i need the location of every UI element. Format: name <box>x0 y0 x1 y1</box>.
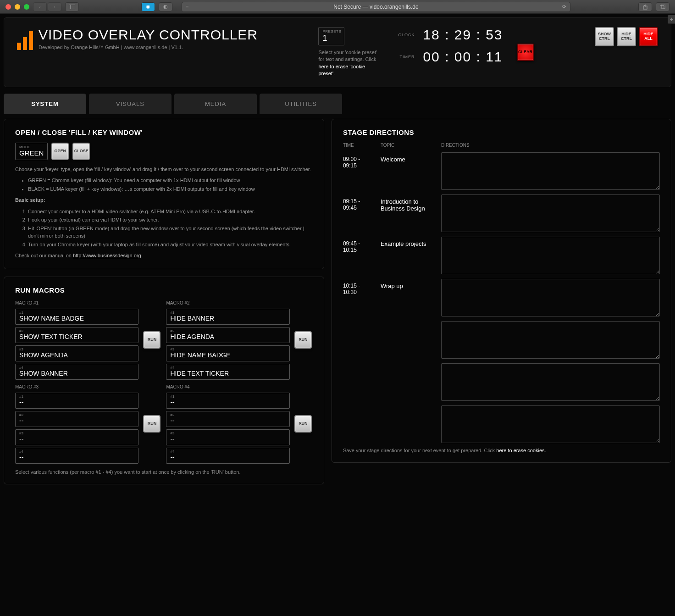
macro-slot-value: SHOW AGENDA <box>19 351 134 359</box>
address-bar[interactable]: ≡ Not Secure — video.orangehills.de ⟳ <box>182 2 570 12</box>
stage-topic <box>381 321 436 325</box>
tab-system[interactable]: SYSTEM <box>4 94 86 114</box>
macro-input[interactable]: #1HIDE BANNER <box>166 309 289 325</box>
hide-all-button[interactable]: HIDE ALL <box>639 27 658 46</box>
back-button[interactable]: ‹ <box>33 2 47 11</box>
macro-slot-value: -- <box>170 454 285 461</box>
macro-slot-label: #4 <box>19 366 134 370</box>
macro-input[interactable]: #3-- <box>166 429 289 445</box>
open-close-title: OPEN / CLOSE 'FILL / KEY WINDOW' <box>15 128 313 136</box>
minimize-window-button[interactable] <box>15 4 20 10</box>
macro-column-label: MACRO #1 <box>15 300 138 305</box>
mode-select[interactable]: MODE GREEN <box>15 143 48 160</box>
run-macro-button[interactable]: RUN <box>294 331 312 349</box>
macro-column-label: MACRO #4 <box>166 384 289 389</box>
mode-value: GREEN <box>19 149 44 157</box>
run-macro-button[interactable]: RUN <box>143 331 160 349</box>
app-title: VIDEO OVERLAY CONTROLLER <box>39 27 258 43</box>
logo: VIDEO OVERLAY CONTROLLER Developed by Or… <box>17 27 258 50</box>
preset-help-text: Select your 'cookie preset' for text and… <box>318 49 382 78</box>
run-macro-button[interactable]: RUN <box>143 415 160 433</box>
stage-row <box>343 363 660 401</box>
erase-preset-link[interactable]: here to erase 'cookie preset'. <box>318 64 365 76</box>
macro-slot-label: #2 <box>170 413 285 417</box>
maximize-window-button[interactable] <box>24 4 29 10</box>
open-close-panel: OPEN / CLOSE 'FILL / KEY WINDOW' MODE GR… <box>4 119 324 269</box>
macro-input[interactable]: #4-- <box>166 448 289 464</box>
manual-link[interactable]: http://www.businessdesign.org <box>73 253 141 258</box>
stage-directions-input[interactable] <box>441 194 660 232</box>
stage-row: 09:45 - 10:15Example projects <box>343 237 660 274</box>
stage-directions-input[interactable] <box>441 321 660 359</box>
stage-time <box>343 321 375 325</box>
macro-slot-label: #3 <box>170 431 285 435</box>
macro-input[interactable]: #2-- <box>15 411 138 427</box>
macro-slot-value: HIDE AGENDA <box>170 333 285 340</box>
stage-directions-input[interactable] <box>441 237 660 274</box>
macro-slot-value: -- <box>170 417 285 424</box>
close-window-button[interactable] <box>6 4 11 10</box>
sidebar-button[interactable] <box>65 2 79 11</box>
macro-slot-value: HIDE NAME BADGE <box>170 351 285 359</box>
macro-slot-value: SHOW BANNER <box>19 370 134 377</box>
macro-slot-value: SHOW NAME BADGE <box>19 315 134 322</box>
stage-directions-input[interactable] <box>441 279 660 316</box>
erase-cookies-link[interactable]: here to erase cookies. <box>496 448 546 453</box>
timer-label: TIMER <box>396 55 415 59</box>
macro-input[interactable]: #1-- <box>15 393 138 409</box>
macro-slot-value: -- <box>19 417 134 424</box>
close-button[interactable]: CLOSE <box>72 143 90 160</box>
stage-time: 09:00 - 09:15 <box>343 152 375 169</box>
tabs-button[interactable] <box>656 2 669 11</box>
macro-slot-label: #2 <box>19 413 134 417</box>
macro-input[interactable]: #4-- <box>15 448 138 464</box>
stage-time <box>343 363 375 367</box>
reader-icon: ≡ <box>186 4 188 10</box>
preset-value: 1 <box>322 33 340 43</box>
privacy-button[interactable]: ◐ <box>159 2 172 11</box>
clear-button[interactable]: CLEAR <box>517 44 534 61</box>
svg-rect-4 <box>661 5 665 8</box>
macro-input[interactable]: #3SHOW AGENDA <box>15 345 138 361</box>
hide-ctrl-button[interactable]: HIDE CTRL <box>617 27 636 46</box>
new-tab-button[interactable]: + <box>668 15 675 24</box>
stage-directions-input[interactable] <box>441 152 660 190</box>
tab-utilities[interactable]: UTILITIES <box>260 94 342 114</box>
tab-visuals[interactable]: VISUALS <box>89 94 172 114</box>
stage-topic: Welcome <box>381 152 436 163</box>
tab-media[interactable]: MEDIA <box>174 94 257 114</box>
share-button[interactable] <box>638 2 652 11</box>
open-button[interactable]: OPEN <box>51 143 69 160</box>
reload-icon[interactable]: ⟳ <box>562 4 566 10</box>
macro-slot-label: #3 <box>19 347 134 351</box>
stage-directions-input[interactable] <box>441 363 660 401</box>
stage-row <box>343 405 660 443</box>
stage-row <box>343 321 660 359</box>
stage-time <box>343 405 375 409</box>
macro-slot-value: -- <box>170 399 285 406</box>
macro-input[interactable]: #4SHOW BANNER <box>15 364 138 380</box>
stage-col-time: TIME <box>343 143 375 148</box>
macro-input[interactable]: #2HIDE AGENDA <box>166 327 289 343</box>
macro-input[interactable]: #3HIDE NAME BADGE <box>166 345 289 361</box>
forward-button[interactable]: › <box>48 2 61 11</box>
stage-footer: Save your stage directions for your next… <box>343 448 660 453</box>
preset-select[interactable]: PRESETS 1 <box>318 27 344 45</box>
macro-input[interactable]: #3-- <box>15 429 138 445</box>
stage-row: 10:15 - 10:30Wrap up <box>343 279 660 316</box>
stage-directions-input[interactable] <box>441 405 660 443</box>
macro-input[interactable]: #1SHOW NAME BADGE <box>15 309 138 325</box>
macro-slot-value: -- <box>19 399 134 406</box>
macro-input[interactable]: #1-- <box>166 393 289 409</box>
macro-input[interactable]: #2-- <box>166 411 289 427</box>
app-header: VIDEO OVERLAY CONTROLLER Developed by Or… <box>4 17 671 87</box>
show-ctrl-button[interactable]: SHOW CTRL <box>595 27 614 46</box>
preset-label: PRESETS <box>322 29 340 33</box>
macro-input[interactable]: #4HIDE TEXT TICKER <box>166 364 289 380</box>
shield-button[interactable]: ◉ <box>141 2 155 11</box>
run-macro-button[interactable]: RUN <box>294 415 312 433</box>
macro-slot-label: #3 <box>170 347 285 351</box>
timer-value: 00 : 00 : 11 <box>423 49 503 65</box>
macro-input[interactable]: #2SHOW TEXT TICKER <box>15 327 138 343</box>
keyer-bullet-green: GREEN = Chroma keyer (fill window): You … <box>28 177 313 184</box>
